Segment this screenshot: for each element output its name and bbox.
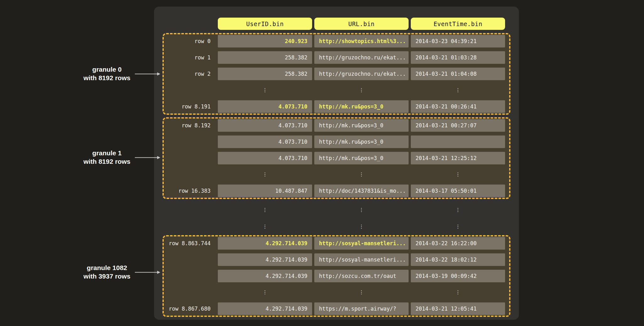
ellipsis-icon: ⋮ xyxy=(411,220,505,233)
ellipsis-icon: ⋮ xyxy=(218,286,312,299)
ellipsis-row: ⋮ ⋮ ⋮ xyxy=(164,204,512,216)
cell-url: http://mk.ru&pos=3_0 xyxy=(314,119,409,132)
ellipsis-row: ⋮ ⋮ ⋮ xyxy=(164,84,509,97)
ellipsis-icon: ⋮ xyxy=(411,84,505,97)
granule-1082-caption: granule 1082 with 3937 rows xyxy=(84,264,130,281)
ellipsis-icon: ⋮ xyxy=(314,204,409,216)
arrow-right-icon xyxy=(135,270,161,274)
cell-userid: 258.382 xyxy=(218,68,312,80)
row-label xyxy=(164,204,216,216)
cell-eventtime: 2014-03-22 18:02:12 xyxy=(411,253,505,266)
granule-size: with 3937 rows xyxy=(84,272,130,281)
table-row: row 1 258.382 http://gruzochno.ru/ekat..… xyxy=(164,51,509,64)
ellipsis-icon: ⋮ xyxy=(314,286,409,299)
cell-url: http://gruzochno.ru/ekat... xyxy=(314,68,409,80)
table-row: 4.292.714.039 http://sozcu.com.tr/oaut 2… xyxy=(164,270,509,282)
cell-userid: 240.923 xyxy=(218,35,312,47)
cell-eventtime: 2014-03-19 00:09:42 xyxy=(411,270,505,282)
granule-1-box: row 8.192 4.073.710 http://mk.ru&pos=3_0… xyxy=(162,117,510,199)
row-label xyxy=(164,168,216,181)
diagram-canvas: UserID.bin URL.bin EventTime.bin row 0 2… xyxy=(0,0,644,326)
panel-content: UserID.bin URL.bin EventTime.bin row 0 2… xyxy=(162,18,512,319)
granule-0-label: granule 0 with 8192 rows xyxy=(0,65,162,82)
column-headers: UserID.bin URL.bin EventTime.bin xyxy=(164,18,512,30)
row-label xyxy=(164,220,216,233)
table-row: 4.073.710 http://mk.ru&pos=3_0 2014-03-2… xyxy=(164,152,509,164)
cell-eventtime: 2014-03-21 01:03:28 xyxy=(411,51,505,64)
ellipsis-icon: ⋮ xyxy=(411,286,505,299)
ellipsis-icon: ⋮ xyxy=(218,204,312,216)
table-row: row 8.863.744 4.292.714.039 http://sosya… xyxy=(164,237,509,250)
storage-panel: UserID.bin URL.bin EventTime.bin row 0 2… xyxy=(154,7,519,320)
row-label: row 16.383 xyxy=(164,185,216,197)
cell-eventtime: 2014-03-21 00:27:07 xyxy=(411,119,505,132)
row-label: row 8.867.680 xyxy=(164,302,216,315)
cell-userid: 4.292.714.039 xyxy=(218,270,312,282)
granule-1-caption: granule 1 with 8192 rows xyxy=(84,149,130,166)
granule-name: granule 1082 xyxy=(84,264,130,272)
cell-userid: 4.292.714.039 xyxy=(218,302,312,315)
row-label xyxy=(164,84,216,97)
row-label xyxy=(164,135,216,148)
cell-url: http://sosyal-mansetleri... xyxy=(314,253,409,266)
ellipsis-icon: ⋮ xyxy=(314,220,409,233)
row-label xyxy=(164,270,216,282)
row-label: row 8.191 xyxy=(164,100,216,113)
ellipsis-icon: ⋮ xyxy=(314,168,409,181)
cell-url: http://showtopics.html%3... xyxy=(314,35,409,47)
cell-userid: 4.073.710 xyxy=(218,135,312,148)
cell-eventtime: 2014-03-21 01:04:08 xyxy=(411,68,505,80)
row-label: row 2 xyxy=(164,68,216,80)
granule-size: with 8192 rows xyxy=(84,74,130,82)
row-label: row 1 xyxy=(164,51,216,64)
cell-url: http://mk.ru&pos=3_0 xyxy=(314,135,409,148)
cell-userid: 4.292.714.039 xyxy=(218,253,312,266)
granule-0-box: row 0 240.923 http://showtopics.html%3..… xyxy=(162,33,510,115)
cell-userid: 4.073.710 xyxy=(218,152,312,164)
cell-eventtime: 2014-03-22 16:22:00 xyxy=(411,237,505,250)
ellipsis-icon: ⋮ xyxy=(218,168,312,181)
row-label xyxy=(164,286,216,299)
ellipsis-row: ⋮ ⋮ ⋮ xyxy=(164,220,512,233)
granule-name: granule 0 xyxy=(84,65,130,74)
cell-eventtime: 2014-03-23 04:39:21 xyxy=(411,35,505,47)
table-row: row 16.383 10.487.847 http://doc/1437831… xyxy=(164,185,509,197)
column-header-eventtime: EventTime.bin xyxy=(411,18,505,30)
cell-eventtime: 2014-03-21 12:05:41 xyxy=(411,302,505,315)
row-label: row 8.192 xyxy=(164,119,216,132)
cell-url: http://mk.ru&pos=3_0 xyxy=(314,152,409,164)
cell-url: http://doc/1437831&is_mo... xyxy=(314,185,409,197)
row-label: row 0 xyxy=(164,35,216,47)
table-row: row 2 258.382 http://gruzochno.ru/ekat..… xyxy=(164,68,509,80)
cell-url: http://mk.ru&pos=3_0 xyxy=(314,100,409,113)
row-label xyxy=(164,152,216,164)
header-spacer xyxy=(164,18,216,30)
cell-userid: 4.073.710 xyxy=(218,100,312,113)
ellipsis-icon: ⋮ xyxy=(218,84,312,97)
granule-size: with 8192 rows xyxy=(84,157,130,166)
column-header-url: URL.bin xyxy=(314,18,409,30)
cell-userid: 4.292.714.039 xyxy=(218,237,312,250)
omitted-granules: ⋮ ⋮ ⋮ ⋮ ⋮ ⋮ xyxy=(164,202,512,235)
cell-eventtime: 2014-03-21 12:25:12 xyxy=(411,152,505,164)
table-row: row 8.191 4.073.710 http://mk.ru&pos=3_0… xyxy=(164,100,509,113)
cell-userid: 4.073.710 xyxy=(218,119,312,132)
arrow-right-icon xyxy=(135,72,161,76)
cell-url: http://sozcu.com.tr/oaut xyxy=(314,270,409,282)
table-row: row 0 240.923 http://showtopics.html%3..… xyxy=(164,35,509,47)
table-row: row 8.867.680 4.292.714.039 https://m.sp… xyxy=(164,302,509,315)
ellipsis-row: ⋮ ⋮ ⋮ xyxy=(164,286,509,299)
cell-eventtime xyxy=(411,135,505,148)
cell-url: http://sosyal-mansetleri... xyxy=(314,237,409,250)
granule-1082-label: granule 1082 with 3937 rows xyxy=(0,264,162,281)
row-label: row 8.863.744 xyxy=(164,237,216,250)
cell-url: https://m.sport.airway/? xyxy=(314,302,409,315)
cell-userid: 258.382 xyxy=(218,51,312,64)
table-row: row 8.192 4.073.710 http://mk.ru&pos=3_0… xyxy=(164,119,509,132)
granule-0-caption: granule 0 with 8192 rows xyxy=(84,65,130,82)
cell-userid: 10.487.847 xyxy=(218,185,312,197)
cell-eventtime: 2014-03-17 05:50:01 xyxy=(411,185,505,197)
ellipsis-icon: ⋮ xyxy=(411,168,505,181)
ellipsis-icon: ⋮ xyxy=(218,220,312,233)
table-row: 4.292.714.039 http://sosyal-mansetleri..… xyxy=(164,253,509,266)
